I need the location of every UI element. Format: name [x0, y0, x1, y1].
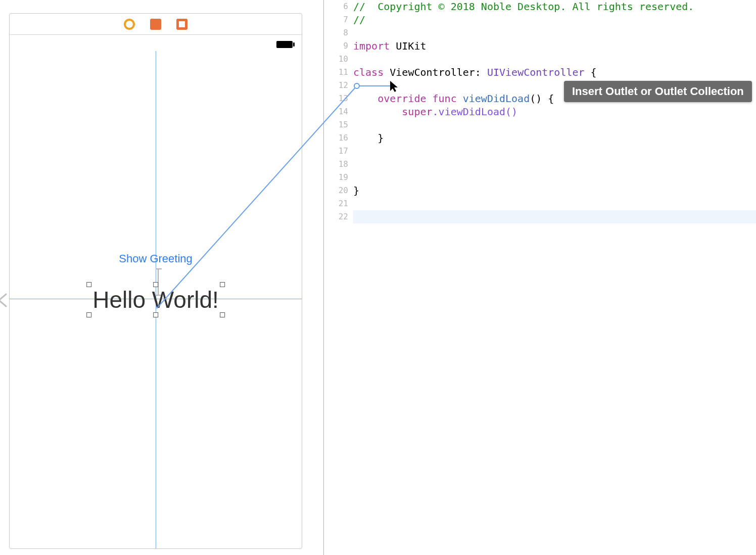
code-line[interactable]: //: [353, 13, 756, 26]
entry-point-arrow-icon: [0, 291, 9, 309]
line-number: 9: [324, 39, 353, 53]
code-line[interactable]: }: [353, 184, 756, 197]
scene-dock[interactable]: [10, 14, 302, 35]
resize-handle[interactable]: [153, 282, 158, 287]
view-controller-icon[interactable]: [123, 18, 136, 31]
code-line[interactable]: import UIKit: [353, 39, 756, 53]
resize-handle[interactable]: [153, 312, 158, 317]
code-line[interactable]: // Copyright © 2018 Noble Desktop. All r…: [353, 0, 756, 13]
line-number: 14: [324, 105, 353, 118]
line-number: 16: [324, 131, 353, 145]
line-number: 11: [324, 66, 353, 79]
resize-handle[interactable]: [86, 282, 91, 287]
status-bar: [10, 35, 302, 51]
line-number: 7: [324, 13, 353, 26]
code-line[interactable]: [353, 158, 756, 171]
code-line[interactable]: [353, 26, 756, 39]
assistant-editor[interactable]: 678910111213141516171819202122 // Copyri…: [324, 0, 756, 555]
line-number: 19: [324, 171, 353, 184]
line-number: 6: [324, 0, 353, 13]
show-greeting-button[interactable]: Show Greeting: [119, 252, 193, 265]
exit-icon[interactable]: [175, 18, 188, 31]
code-line[interactable]: [353, 197, 756, 210]
code-line[interactable]: super.viewDidLoad(): [353, 105, 756, 118]
code-line[interactable]: override func viewDidLoad() {: [353, 92, 756, 105]
line-number: 21: [324, 197, 353, 210]
line-number: 8: [324, 26, 353, 39]
line-number-gutter: 678910111213141516171819202122: [324, 0, 353, 555]
first-responder-icon[interactable]: [149, 18, 162, 31]
code-line[interactable]: class ViewController: UIViewController {: [353, 66, 756, 79]
hello-world-label[interactable]: Hello World!: [90, 286, 221, 313]
line-number: 17: [324, 145, 353, 158]
code-line[interactable]: [353, 53, 756, 66]
root-view[interactable]: Show Greeting Hello World!: [10, 51, 302, 548]
line-number: 13: [324, 92, 353, 105]
battery-icon: [276, 41, 293, 48]
code-line[interactable]: [353, 171, 756, 184]
xcode-window: Show Greeting Hello World! 6789101112131…: [0, 0, 756, 555]
source-editor[interactable]: // Copyright © 2018 Noble Desktop. All r…: [353, 0, 756, 555]
line-number: 18: [324, 158, 353, 171]
line-number: 10: [324, 53, 353, 66]
line-number: 15: [324, 118, 353, 131]
code-line[interactable]: [353, 145, 756, 158]
code-line[interactable]: [353, 118, 756, 131]
resize-handle[interactable]: [220, 312, 225, 317]
resize-handle[interactable]: [86, 312, 91, 317]
interface-builder-canvas[interactable]: Show Greeting Hello World!: [0, 0, 323, 555]
label-text: Hello World!: [90, 286, 221, 313]
line-number: 12: [324, 79, 353, 92]
resize-handle[interactable]: [220, 282, 225, 287]
line-number: 20: [324, 184, 353, 197]
line-number: 22: [324, 210, 353, 223]
code-line[interactable]: }: [353, 131, 756, 145]
code-line[interactable]: [353, 79, 756, 92]
current-line-highlight: [353, 210, 756, 223]
view-controller-scene[interactable]: Show Greeting Hello World!: [9, 13, 302, 549]
